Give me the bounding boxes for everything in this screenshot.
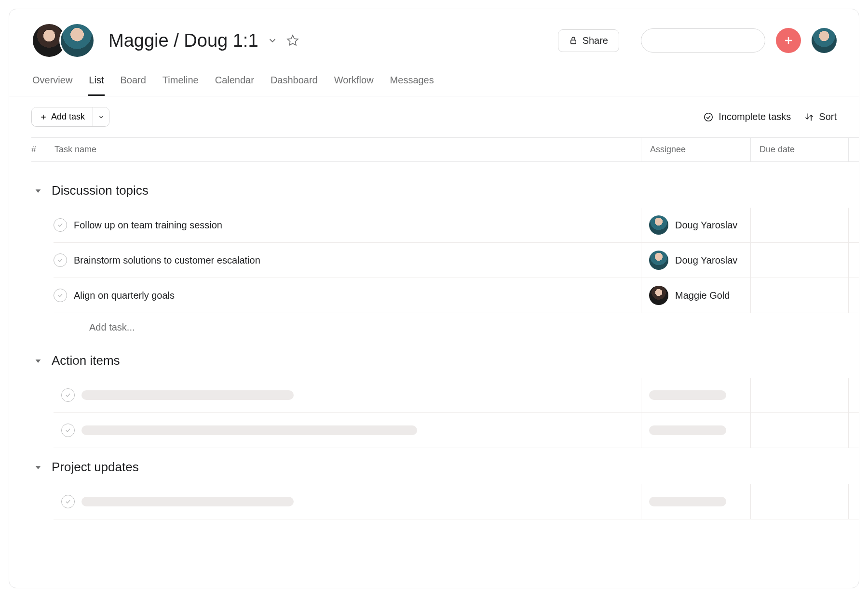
share-label: Share: [583, 35, 608, 46]
task-row[interactable]: Brainstorm solutions to customer escalat…: [54, 243, 859, 278]
tab-overview[interactable]: Overview: [31, 75, 73, 96]
lock-icon: [569, 36, 578, 45]
tab-list[interactable]: List: [88, 75, 105, 96]
current-user-avatar[interactable]: [812, 28, 837, 53]
task-row[interactable]: Follow up on team training session Doug …: [54, 208, 859, 243]
section-title: Project updates: [52, 460, 139, 475]
extra-cell: [849, 278, 859, 313]
favorite-button[interactable]: [286, 34, 299, 47]
tab-messages[interactable]: Messages: [389, 75, 435, 96]
check-icon: [65, 427, 71, 434]
project-menu-button[interactable]: [267, 35, 278, 46]
project-members-avatars[interactable]: [31, 23, 95, 58]
complete-toggle[interactable]: [54, 218, 67, 232]
triangle-down-icon: [34, 464, 42, 471]
task-row-skeleton: [54, 484, 859, 519]
check-circle-icon: [703, 112, 714, 122]
skeleton-text: [81, 390, 294, 400]
check-icon: [57, 292, 64, 299]
tab-dashboard[interactable]: Dashboard: [270, 75, 319, 96]
svg-marker-11: [36, 466, 41, 469]
extra-cell: [849, 243, 859, 278]
complete-toggle[interactable]: [54, 253, 67, 267]
collapse-toggle[interactable]: [31, 184, 45, 198]
complete-toggle[interactable]: [61, 424, 75, 437]
due-date-cell[interactable]: [751, 208, 849, 242]
section-title: Action items: [52, 353, 120, 368]
plus-icon: [40, 113, 47, 121]
filter-label: Incomplete tasks: [719, 111, 791, 122]
tab-workflow[interactable]: Workflow: [333, 75, 375, 96]
toolbar: Add task Incomplete tasks Sort: [9, 96, 859, 137]
assignee-name: Maggie Gold: [675, 290, 730, 301]
task-row-skeleton: [54, 378, 859, 413]
triangle-down-icon: [34, 187, 42, 195]
collapse-toggle[interactable]: [31, 461, 45, 474]
avatar-doug: [59, 23, 95, 58]
svg-marker-9: [36, 189, 41, 193]
col-extra: [849, 138, 859, 161]
search-box[interactable]: [641, 28, 765, 53]
task-row-skeleton: [54, 413, 859, 448]
add-task-group: Add task: [31, 107, 109, 127]
chevron-down-icon: [267, 35, 278, 46]
share-button[interactable]: Share: [558, 29, 619, 52]
extra-cell: [849, 208, 859, 242]
section-header-action: Action items: [31, 342, 859, 378]
star-icon: [286, 34, 299, 47]
search-input[interactable]: [655, 36, 767, 46]
chevron-down-icon: [98, 114, 105, 120]
project-tabs: Overview List Board Timeline Calendar Da…: [9, 75, 859, 96]
project-title: Maggie / Doug 1:1: [108, 30, 258, 51]
add-task-button[interactable]: Add task: [32, 107, 93, 126]
check-icon: [57, 257, 64, 264]
triangle-down-icon: [34, 357, 42, 365]
add-task-dropdown[interactable]: [93, 107, 109, 126]
col-due: Due date: [751, 138, 849, 161]
complete-toggle[interactable]: [61, 495, 75, 508]
col-index: #: [31, 145, 36, 155]
skeleton-text: [81, 497, 294, 506]
add-task-label: Add task: [51, 112, 85, 122]
col-name: Task name: [54, 145, 96, 155]
sort-icon: [804, 112, 814, 122]
tab-timeline[interactable]: Timeline: [162, 75, 200, 96]
check-icon: [65, 498, 71, 505]
assignee-avatar: [649, 251, 668, 270]
assignee-avatar: [649, 215, 668, 235]
task-row[interactable]: Align on quarterly goals Maggie Gold: [54, 278, 859, 313]
task-name: Follow up on team training session: [74, 220, 222, 231]
skeleton-text: [649, 497, 726, 506]
divider: [630, 32, 630, 49]
svg-point-8: [705, 113, 713, 121]
add-task-inline[interactable]: Add task...: [31, 313, 859, 342]
skeleton-text: [81, 425, 417, 435]
project-header: Maggie / Doug 1:1 Share: [9, 9, 859, 58]
svg-marker-10: [36, 359, 41, 363]
sort-label: Sort: [819, 111, 837, 122]
skeleton-text: [649, 390, 726, 400]
svg-marker-0: [287, 35, 298, 45]
check-icon: [65, 392, 71, 398]
create-button[interactable]: [776, 28, 801, 53]
assignee-name: Doug Yaroslav: [675, 220, 737, 231]
assignee-avatar: [649, 286, 668, 305]
due-date-cell[interactable]: [751, 278, 849, 313]
due-date-cell[interactable]: [751, 243, 849, 278]
svg-rect-1: [570, 40, 576, 44]
task-name: Brainstorm solutions to customer escalat…: [74, 255, 260, 266]
check-icon: [57, 222, 64, 228]
section-header-updates: Project updates: [31, 448, 859, 484]
tab-board[interactable]: Board: [119, 75, 147, 96]
plus-icon: [783, 35, 794, 46]
tab-calendar[interactable]: Calendar: [214, 75, 255, 96]
section-title: Discussion topics: [52, 183, 149, 198]
complete-toggle[interactable]: [54, 289, 67, 302]
collapse-toggle[interactable]: [31, 354, 45, 368]
filter-incomplete[interactable]: Incomplete tasks: [703, 111, 791, 122]
skeleton-text: [649, 425, 726, 435]
complete-toggle[interactable]: [61, 388, 75, 402]
assignee-name: Doug Yaroslav: [675, 255, 737, 266]
table-header: # Task name Assignee Due date: [31, 137, 859, 162]
sort-button[interactable]: Sort: [804, 111, 837, 122]
